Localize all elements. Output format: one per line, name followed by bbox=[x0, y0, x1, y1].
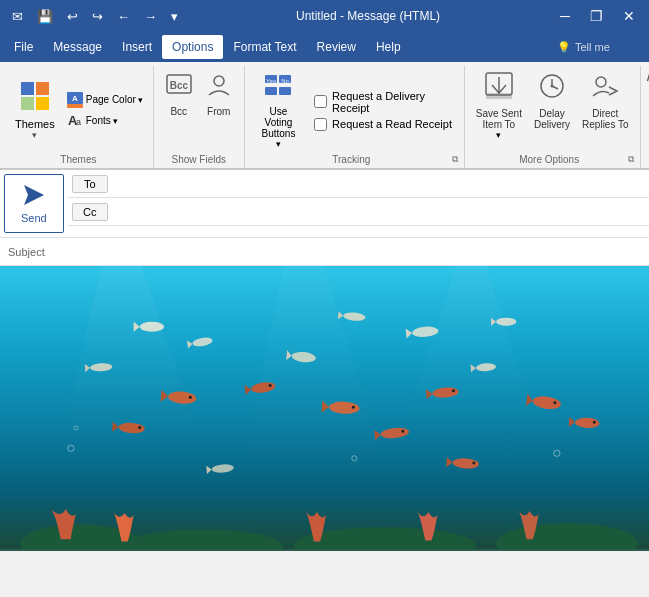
send-button[interactable]: Send bbox=[4, 174, 64, 233]
fonts-button[interactable]: A a Fonts ▾ bbox=[62, 111, 147, 131]
voting-buttons-button[interactable]: Yes No Use Voting Buttons ▾ bbox=[251, 68, 306, 152]
delivery-receipt-checkbox[interactable] bbox=[314, 95, 327, 108]
ribbon: Themes ▾ A Page Color ▾ A a bbox=[0, 62, 649, 169]
delay-icon bbox=[537, 71, 567, 107]
more-options-arrow[interactable]: ⧉ bbox=[628, 154, 634, 165]
close-button[interactable]: ✕ bbox=[617, 6, 641, 26]
svg-rect-0 bbox=[21, 82, 34, 95]
delay-delivery-button[interactable]: Delay Delivery bbox=[529, 68, 575, 133]
svg-rect-2 bbox=[21, 97, 34, 110]
delay-label: Delay Delivery bbox=[534, 108, 570, 130]
tracking-group-arrow[interactable]: ⧉ bbox=[452, 154, 458, 165]
subject-label: Subject bbox=[0, 242, 60, 262]
tell-me-area: 💡 bbox=[557, 41, 645, 54]
qat-dropdown-button[interactable]: ▾ bbox=[167, 7, 182, 26]
from-button[interactable]: From bbox=[200, 68, 238, 120]
subject-input[interactable] bbox=[60, 242, 649, 262]
to-input[interactable] bbox=[112, 174, 649, 194]
svg-point-11 bbox=[214, 76, 224, 86]
menu-insert[interactable]: Insert bbox=[112, 35, 162, 59]
svg-rect-3 bbox=[36, 97, 49, 110]
tracking-checkboxes: Request a Delivery Receipt Request a Rea… bbox=[312, 86, 458, 135]
svg-point-25 bbox=[596, 77, 606, 87]
back-qat-button[interactable]: ← bbox=[113, 7, 134, 26]
read-receipt-label: Request a Read Receipt bbox=[332, 118, 452, 130]
bcc-label: Bcc bbox=[170, 106, 187, 117]
lightbulb-icon: 💡 bbox=[557, 41, 571, 54]
menu-help[interactable]: Help bbox=[366, 35, 411, 59]
tracking-content: Yes No Use Voting Buttons ▾ Request a De… bbox=[251, 68, 458, 152]
themes-button[interactable]: Themes ▾ bbox=[10, 77, 60, 144]
themes-group: Themes ▾ A Page Color ▾ A a bbox=[4, 66, 154, 168]
delivery-receipt-checkbox-row[interactable]: Request a Delivery Receipt bbox=[314, 90, 456, 114]
save-sent-icon bbox=[484, 71, 514, 107]
voting-label: Use Voting Buttons bbox=[256, 106, 301, 139]
direct-icon bbox=[590, 71, 620, 107]
to-row: To bbox=[68, 170, 649, 198]
save-qat-button[interactable]: 💾 bbox=[33, 7, 57, 26]
subject-row: Subject bbox=[0, 238, 649, 266]
title-bar-controls: ─ ❐ ✕ bbox=[554, 6, 641, 26]
more-options-group: Save Sent Item To ▾ Delay Delivery bbox=[465, 66, 641, 168]
from-label: From bbox=[207, 106, 230, 117]
themes-dropdown-arrow: ▾ bbox=[32, 130, 37, 140]
svg-text:a: a bbox=[76, 117, 81, 127]
cc-row: Cc bbox=[68, 198, 649, 226]
menu-options[interactable]: Options bbox=[162, 35, 223, 59]
email-body-area[interactable] bbox=[0, 266, 649, 551]
svg-text:Bcc: Bcc bbox=[170, 80, 189, 91]
svg-rect-15 bbox=[279, 87, 291, 95]
redo-qat-button[interactable]: ↪ bbox=[88, 7, 107, 26]
tracking-group: Yes No Use Voting Buttons ▾ Request a De… bbox=[245, 66, 465, 168]
menu-format-text[interactable]: Format Text bbox=[223, 35, 306, 59]
save-sent-item-button[interactable]: Save Sent Item To ▾ bbox=[471, 68, 527, 143]
forward-qat-button[interactable]: → bbox=[140, 7, 161, 26]
bcc-button[interactable]: Bcc Bcc bbox=[160, 68, 198, 120]
ribbon-collapse-button[interactable]: ∧ bbox=[645, 68, 649, 84]
svg-rect-14 bbox=[265, 87, 277, 95]
page-color-button[interactable]: A Page Color ▾ bbox=[62, 90, 147, 110]
cc-input[interactable] bbox=[112, 202, 649, 222]
page-color-label: Page Color bbox=[86, 94, 136, 105]
svg-rect-1 bbox=[36, 82, 49, 95]
menu-bar: File Message Insert Options Format Text … bbox=[0, 32, 649, 62]
title-bar-left: ✉ 💾 ↩ ↪ ← → ▾ bbox=[8, 7, 182, 26]
window-title: Untitled - Message (HTML) bbox=[182, 9, 554, 23]
save-sent-label: Save Sent Item To bbox=[476, 108, 522, 130]
svg-text:No: No bbox=[282, 78, 290, 84]
compose-window: Send To Cc Subject bbox=[0, 169, 649, 551]
cc-button[interactable]: Cc bbox=[72, 203, 108, 221]
themes-icon bbox=[19, 80, 51, 119]
svg-rect-5 bbox=[67, 104, 83, 108]
direct-label: Direct Replies To bbox=[582, 108, 629, 130]
more-options-group-label: More Options ⧉ bbox=[471, 152, 634, 168]
fields-area: To Cc bbox=[68, 170, 649, 237]
svg-point-35 bbox=[140, 322, 164, 332]
from-icon bbox=[205, 71, 233, 105]
menu-review[interactable]: Review bbox=[307, 35, 366, 59]
svg-point-43 bbox=[496, 318, 516, 326]
undo-qat-button[interactable]: ↩ bbox=[63, 7, 82, 26]
svg-point-24 bbox=[551, 85, 554, 88]
svg-marker-26 bbox=[24, 185, 44, 205]
voting-arrow: ▾ bbox=[276, 139, 281, 149]
show-fields-content: Bcc Bcc From bbox=[160, 68, 238, 152]
send-label: Send bbox=[21, 212, 47, 224]
save-sent-arrow: ▾ bbox=[496, 130, 501, 140]
delivery-receipt-label: Request a Delivery Receipt bbox=[332, 90, 456, 114]
tracking-group-label: Tracking ⧉ bbox=[251, 152, 458, 168]
minimize-button[interactable]: ─ bbox=[554, 6, 576, 26]
themes-group-content: Themes ▾ A Page Color ▾ A a bbox=[10, 68, 147, 152]
fonts-arrow: ▾ bbox=[113, 116, 118, 126]
tell-me-input[interactable] bbox=[575, 41, 645, 53]
direct-replies-button[interactable]: Direct Replies To bbox=[577, 68, 634, 133]
read-receipt-checkbox[interactable] bbox=[314, 118, 327, 131]
to-button[interactable]: To bbox=[72, 175, 108, 193]
restore-button[interactable]: ❐ bbox=[584, 6, 609, 26]
menu-file[interactable]: File bbox=[4, 35, 43, 59]
themes-label: Themes bbox=[15, 118, 55, 130]
title-bar: ✉ 💾 ↩ ↪ ← → ▾ Untitled - Message (HTML) … bbox=[0, 0, 649, 32]
menu-message[interactable]: Message bbox=[43, 35, 112, 59]
more-options-content: Save Sent Item To ▾ Delay Delivery bbox=[471, 68, 634, 152]
read-receipt-checkbox-row[interactable]: Request a Read Receipt bbox=[314, 118, 456, 131]
